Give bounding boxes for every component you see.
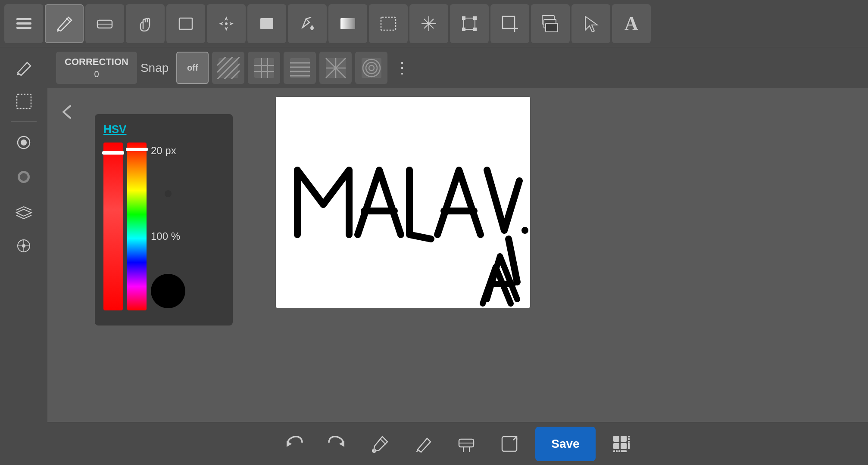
svg-rect-81 xyxy=(613,450,615,452)
more-icon: ⋮ xyxy=(394,59,409,77)
svg-rect-83 xyxy=(618,450,620,452)
snap-circles-button[interactable] xyxy=(355,52,387,84)
content-area: CORRECTION 0 Snap off xyxy=(47,47,868,465)
layers-tool-button[interactable] xyxy=(531,4,570,43)
eraser-bottom-button[interactable] xyxy=(449,427,484,461)
svg-rect-12 xyxy=(340,18,355,29)
svg-rect-77 xyxy=(613,436,619,442)
drawing-canvas[interactable] xyxy=(276,97,530,308)
hand-tool-button[interactable] xyxy=(126,4,165,43)
sidebar-select-button[interactable] xyxy=(9,86,39,116)
size-label: 20 px xyxy=(151,145,185,157)
snap-grid-button[interactable] xyxy=(248,52,280,84)
cursor-tool-button[interactable] xyxy=(571,4,610,43)
bottom-toolbar: Save xyxy=(47,422,868,465)
svg-rect-86 xyxy=(628,438,630,440)
svg-point-10 xyxy=(225,22,228,25)
svg-rect-79 xyxy=(613,443,619,449)
svg-marker-27 xyxy=(585,16,597,32)
svg-rect-28 xyxy=(17,94,31,108)
grid-bottom-button[interactable] xyxy=(604,427,639,461)
svg-rect-19 xyxy=(462,16,465,20)
sidebar-grid-button[interactable] xyxy=(9,231,39,261)
snap-diagonal-button[interactable] xyxy=(212,52,244,84)
select-rect-tool-button[interactable] xyxy=(369,4,408,43)
crop-tool-button[interactable] xyxy=(490,4,529,43)
svg-rect-82 xyxy=(616,450,618,452)
color-preview xyxy=(151,274,185,308)
svg-rect-78 xyxy=(621,436,627,442)
transform-tool-button[interactable] xyxy=(450,4,489,43)
svg-rect-87 xyxy=(628,441,630,443)
svg-rect-11 xyxy=(260,18,273,29)
sidebar-layers-button[interactable] xyxy=(9,196,39,226)
sidebar-brush-button[interactable] xyxy=(9,127,39,158)
save-label: Save xyxy=(551,437,579,451)
pencil-tool-button[interactable] xyxy=(45,4,84,43)
hsv-mode-label[interactable]: HSV xyxy=(103,123,224,136)
svg-rect-22 xyxy=(473,28,477,31)
dot-indicator xyxy=(165,190,172,197)
snap-rays-button[interactable] xyxy=(319,52,352,84)
correction-value: 0 xyxy=(94,68,99,80)
svg-rect-13 xyxy=(381,17,396,30)
canvas-wrapper: HSV 20 px 10 xyxy=(47,88,868,422)
svg-point-66 xyxy=(521,227,528,234)
slider-info: 20 px 100 % xyxy=(151,143,185,310)
pencil-bottom-button[interactable] xyxy=(406,427,440,461)
export-button[interactable] xyxy=(492,427,527,461)
text-tool-icon: A xyxy=(624,12,638,34)
opacity-label: 100 % xyxy=(151,230,185,242)
rectangle-tool-button[interactable] xyxy=(166,4,205,43)
snap-off-label: off xyxy=(187,63,198,73)
svg-rect-26 xyxy=(546,23,558,32)
svg-marker-6 xyxy=(225,16,228,21)
save-button[interactable]: Save xyxy=(535,427,596,461)
svg-rect-48 xyxy=(290,58,310,78)
svg-rect-23 xyxy=(503,16,515,28)
svg-rect-84 xyxy=(621,450,627,452)
sidebar-divider xyxy=(11,121,37,122)
svg-rect-21 xyxy=(462,28,465,31)
correction-button[interactable]: CORRECTION 0 xyxy=(56,52,137,84)
svg-rect-5 xyxy=(179,18,192,29)
svg-rect-20 xyxy=(473,16,477,20)
eraser-tool-button[interactable] xyxy=(85,4,124,43)
svg-marker-8 xyxy=(219,22,223,25)
fill-tool-button[interactable] xyxy=(288,4,327,43)
main-area: CORRECTION 0 Snap off xyxy=(0,47,868,465)
fill-rect-tool-button[interactable] xyxy=(247,4,286,43)
snap-label: Snap xyxy=(141,61,169,75)
back-button[interactable] xyxy=(56,101,78,123)
svg-rect-88 xyxy=(628,443,630,449)
sidebar-edit-button[interactable] xyxy=(9,52,39,82)
svg-rect-0 xyxy=(16,18,31,20)
snap-horizontal-button[interactable] xyxy=(284,52,316,84)
saturation-slider[interactable] xyxy=(103,143,123,310)
gradient-tool-button[interactable] xyxy=(328,4,367,43)
svg-marker-67 xyxy=(287,441,292,447)
move-tool-button[interactable] xyxy=(207,4,246,43)
hue-slider[interactable] xyxy=(127,143,147,310)
svg-rect-80 xyxy=(621,443,627,449)
snap-off-button[interactable]: off xyxy=(176,52,209,84)
svg-point-32 xyxy=(20,173,28,181)
eyedropper-button[interactable] xyxy=(363,427,397,461)
correction-label: CORRECTION xyxy=(65,56,128,68)
svg-rect-2 xyxy=(16,27,31,29)
snap-more-button[interactable]: ⋮ xyxy=(391,52,412,84)
svg-rect-1 xyxy=(16,22,31,25)
svg-rect-43 xyxy=(254,58,274,78)
sidebar-paint-button[interactable] xyxy=(9,162,39,192)
snap-toolbar: CORRECTION 0 Snap off xyxy=(47,47,868,88)
text-tool-button[interactable]: A xyxy=(612,4,651,43)
svg-rect-85 xyxy=(628,436,630,437)
svg-rect-62 xyxy=(362,58,381,78)
sparkle-tool-button[interactable] xyxy=(409,4,448,43)
color-panel: HSV 20 px 10 xyxy=(95,114,233,326)
left-sidebar xyxy=(0,47,47,465)
redo-button[interactable] xyxy=(320,427,354,461)
menu-button[interactable] xyxy=(4,4,43,43)
svg-marker-68 xyxy=(339,441,344,447)
undo-button[interactable] xyxy=(277,427,311,461)
